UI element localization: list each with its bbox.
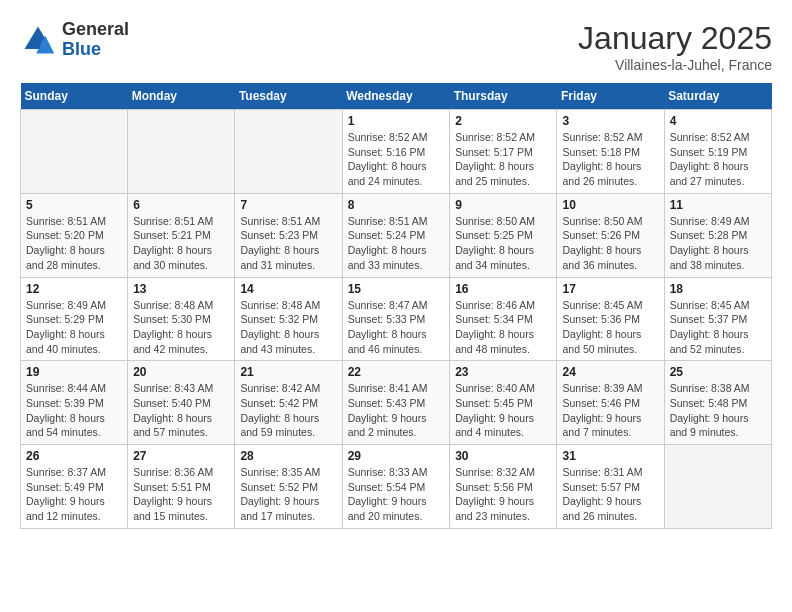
calendar-cell: 4Sunrise: 8:52 AM Sunset: 5:19 PM Daylig…: [664, 110, 771, 194]
calendar-cell: 11Sunrise: 8:49 AM Sunset: 5:28 PM Dayli…: [664, 193, 771, 277]
day-number: 23: [455, 365, 551, 379]
day-number: 30: [455, 449, 551, 463]
day-info: Sunrise: 8:43 AM Sunset: 5:40 PM Dayligh…: [133, 381, 229, 440]
day-info: Sunrise: 8:52 AM Sunset: 5:18 PM Dayligh…: [562, 130, 658, 189]
calendar-cell: 20Sunrise: 8:43 AM Sunset: 5:40 PM Dayli…: [128, 361, 235, 445]
calendar-cell: [664, 445, 771, 529]
day-number: 1: [348, 114, 445, 128]
day-number: 4: [670, 114, 766, 128]
day-info: Sunrise: 8:36 AM Sunset: 5:51 PM Dayligh…: [133, 465, 229, 524]
day-info: Sunrise: 8:38 AM Sunset: 5:48 PM Dayligh…: [670, 381, 766, 440]
day-number: 7: [240, 198, 336, 212]
calendar-cell: [128, 110, 235, 194]
calendar-cell: 10Sunrise: 8:50 AM Sunset: 5:26 PM Dayli…: [557, 193, 664, 277]
calendar-cell: 2Sunrise: 8:52 AM Sunset: 5:17 PM Daylig…: [450, 110, 557, 194]
calendar-cell: 14Sunrise: 8:48 AM Sunset: 5:32 PM Dayli…: [235, 277, 342, 361]
day-number: 15: [348, 282, 445, 296]
day-number: 10: [562, 198, 658, 212]
day-number: 3: [562, 114, 658, 128]
day-info: Sunrise: 8:47 AM Sunset: 5:33 PM Dayligh…: [348, 298, 445, 357]
calendar-week-row: 12Sunrise: 8:49 AM Sunset: 5:29 PM Dayli…: [21, 277, 772, 361]
day-info: Sunrise: 8:49 AM Sunset: 5:28 PM Dayligh…: [670, 214, 766, 273]
logo: General Blue: [20, 20, 129, 60]
day-info: Sunrise: 8:45 AM Sunset: 5:36 PM Dayligh…: [562, 298, 658, 357]
location-subtitle: Villaines-la-Juhel, France: [578, 57, 772, 73]
day-info: Sunrise: 8:51 AM Sunset: 5:23 PM Dayligh…: [240, 214, 336, 273]
day-info: Sunrise: 8:51 AM Sunset: 5:20 PM Dayligh…: [26, 214, 122, 273]
calendar-cell: 25Sunrise: 8:38 AM Sunset: 5:48 PM Dayli…: [664, 361, 771, 445]
day-number: 5: [26, 198, 122, 212]
day-info: Sunrise: 8:33 AM Sunset: 5:54 PM Dayligh…: [348, 465, 445, 524]
day-number: 16: [455, 282, 551, 296]
day-info: Sunrise: 8:31 AM Sunset: 5:57 PM Dayligh…: [562, 465, 658, 524]
day-number: 31: [562, 449, 658, 463]
day-number: 6: [133, 198, 229, 212]
day-number: 18: [670, 282, 766, 296]
day-info: Sunrise: 8:35 AM Sunset: 5:52 PM Dayligh…: [240, 465, 336, 524]
calendar-cell: 15Sunrise: 8:47 AM Sunset: 5:33 PM Dayli…: [342, 277, 450, 361]
day-info: Sunrise: 8:51 AM Sunset: 5:24 PM Dayligh…: [348, 214, 445, 273]
calendar-cell: 21Sunrise: 8:42 AM Sunset: 5:42 PM Dayli…: [235, 361, 342, 445]
calendar-cell: 3Sunrise: 8:52 AM Sunset: 5:18 PM Daylig…: [557, 110, 664, 194]
day-number: 21: [240, 365, 336, 379]
day-info: Sunrise: 8:48 AM Sunset: 5:32 PM Dayligh…: [240, 298, 336, 357]
calendar-cell: 26Sunrise: 8:37 AM Sunset: 5:49 PM Dayli…: [21, 445, 128, 529]
day-number: 20: [133, 365, 229, 379]
calendar-cell: 31Sunrise: 8:31 AM Sunset: 5:57 PM Dayli…: [557, 445, 664, 529]
calendar-cell: 5Sunrise: 8:51 AM Sunset: 5:20 PM Daylig…: [21, 193, 128, 277]
weekday-header: Monday: [128, 83, 235, 110]
day-number: 27: [133, 449, 229, 463]
day-info: Sunrise: 8:45 AM Sunset: 5:37 PM Dayligh…: [670, 298, 766, 357]
day-info: Sunrise: 8:51 AM Sunset: 5:21 PM Dayligh…: [133, 214, 229, 273]
calendar-cell: 19Sunrise: 8:44 AM Sunset: 5:39 PM Dayli…: [21, 361, 128, 445]
day-number: 19: [26, 365, 122, 379]
calendar-week-row: 1Sunrise: 8:52 AM Sunset: 5:16 PM Daylig…: [21, 110, 772, 194]
day-info: Sunrise: 8:52 AM Sunset: 5:17 PM Dayligh…: [455, 130, 551, 189]
calendar-cell: 8Sunrise: 8:51 AM Sunset: 5:24 PM Daylig…: [342, 193, 450, 277]
page-header: General Blue January 2025 Villaines-la-J…: [20, 20, 772, 73]
weekday-header: Thursday: [450, 83, 557, 110]
day-number: 26: [26, 449, 122, 463]
day-info: Sunrise: 8:42 AM Sunset: 5:42 PM Dayligh…: [240, 381, 336, 440]
logo-general: General: [62, 19, 129, 39]
weekday-header: Wednesday: [342, 83, 450, 110]
day-number: 24: [562, 365, 658, 379]
month-title: January 2025: [578, 20, 772, 57]
day-info: Sunrise: 8:50 AM Sunset: 5:26 PM Dayligh…: [562, 214, 658, 273]
day-info: Sunrise: 8:40 AM Sunset: 5:45 PM Dayligh…: [455, 381, 551, 440]
calendar-week-row: 26Sunrise: 8:37 AM Sunset: 5:49 PM Dayli…: [21, 445, 772, 529]
calendar-cell: 28Sunrise: 8:35 AM Sunset: 5:52 PM Dayli…: [235, 445, 342, 529]
calendar-week-row: 5Sunrise: 8:51 AM Sunset: 5:20 PM Daylig…: [21, 193, 772, 277]
day-info: Sunrise: 8:46 AM Sunset: 5:34 PM Dayligh…: [455, 298, 551, 357]
calendar-cell: 12Sunrise: 8:49 AM Sunset: 5:29 PM Dayli…: [21, 277, 128, 361]
calendar-cell: 29Sunrise: 8:33 AM Sunset: 5:54 PM Dayli…: [342, 445, 450, 529]
day-info: Sunrise: 8:52 AM Sunset: 5:19 PM Dayligh…: [670, 130, 766, 189]
logo-text: General Blue: [62, 20, 129, 60]
day-number: 11: [670, 198, 766, 212]
weekday-header: Tuesday: [235, 83, 342, 110]
day-number: 28: [240, 449, 336, 463]
day-number: 13: [133, 282, 229, 296]
day-number: 12: [26, 282, 122, 296]
day-info: Sunrise: 8:50 AM Sunset: 5:25 PM Dayligh…: [455, 214, 551, 273]
calendar-week-row: 19Sunrise: 8:44 AM Sunset: 5:39 PM Dayli…: [21, 361, 772, 445]
calendar-cell: 30Sunrise: 8:32 AM Sunset: 5:56 PM Dayli…: [450, 445, 557, 529]
calendar-cell: 13Sunrise: 8:48 AM Sunset: 5:30 PM Dayli…: [128, 277, 235, 361]
calendar-cell: 16Sunrise: 8:46 AM Sunset: 5:34 PM Dayli…: [450, 277, 557, 361]
calendar-cell: 1Sunrise: 8:52 AM Sunset: 5:16 PM Daylig…: [342, 110, 450, 194]
weekday-header: Saturday: [664, 83, 771, 110]
day-info: Sunrise: 8:37 AM Sunset: 5:49 PM Dayligh…: [26, 465, 122, 524]
calendar-cell: 23Sunrise: 8:40 AM Sunset: 5:45 PM Dayli…: [450, 361, 557, 445]
day-info: Sunrise: 8:39 AM Sunset: 5:46 PM Dayligh…: [562, 381, 658, 440]
calendar-cell: 18Sunrise: 8:45 AM Sunset: 5:37 PM Dayli…: [664, 277, 771, 361]
calendar-cell: 17Sunrise: 8:45 AM Sunset: 5:36 PM Dayli…: [557, 277, 664, 361]
calendar-cell: 27Sunrise: 8:36 AM Sunset: 5:51 PM Dayli…: [128, 445, 235, 529]
logo-blue: Blue: [62, 39, 101, 59]
day-info: Sunrise: 8:44 AM Sunset: 5:39 PM Dayligh…: [26, 381, 122, 440]
day-number: 29: [348, 449, 445, 463]
day-info: Sunrise: 8:49 AM Sunset: 5:29 PM Dayligh…: [26, 298, 122, 357]
logo-icon: [20, 22, 56, 58]
day-number: 22: [348, 365, 445, 379]
day-number: 2: [455, 114, 551, 128]
weekday-header: Friday: [557, 83, 664, 110]
